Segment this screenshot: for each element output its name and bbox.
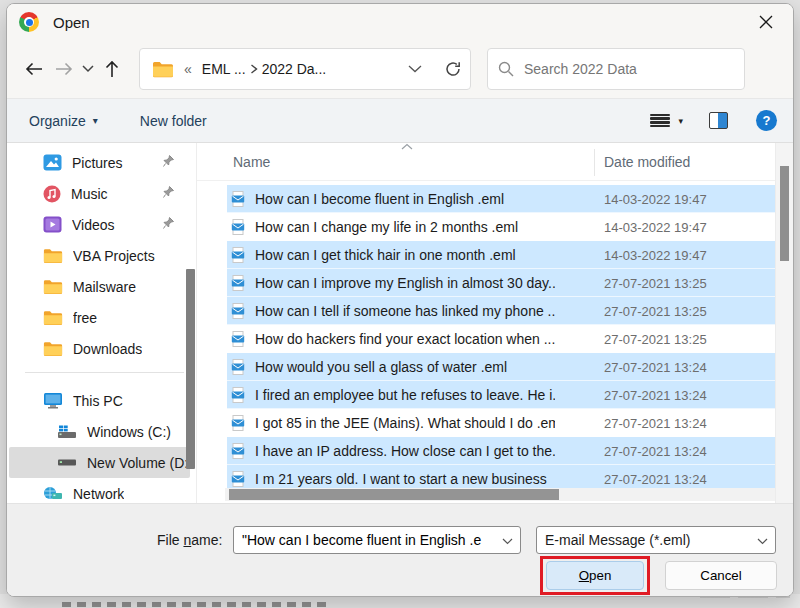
column-header-name[interactable]: Name [233, 154, 270, 170]
eml-file-icon [231, 471, 245, 487]
folder-icon [43, 248, 63, 264]
sidebar-item-label: Mailsware [73, 279, 136, 295]
file-row[interactable]: How can I change my life in 2 months .em… [227, 213, 775, 241]
refresh-icon [444, 60, 462, 78]
videos-icon [43, 216, 62, 233]
sidebar-item-pictures[interactable]: Pictures [7, 147, 196, 178]
list-view-icon [650, 114, 670, 128]
breadcrumb-overflow-icon[interactable]: « [184, 61, 192, 77]
sidebar-item-mailsware[interactable]: Mailsware [7, 271, 196, 302]
preview-pane-icon[interactable] [709, 112, 728, 129]
close-icon [759, 15, 773, 29]
network-icon [43, 486, 63, 501]
change-view-button[interactable]: ▾ [650, 114, 683, 128]
chevron-down-icon [757, 538, 768, 545]
vertical-scrollbar[interactable] [775, 143, 793, 503]
file-date: 27-07-2021 13:25 [604, 332, 707, 347]
this-pc-icon [43, 392, 63, 409]
folder-icon [43, 279, 63, 295]
chevron-down-icon[interactable] [502, 538, 513, 545]
sidebar-item-music[interactable]: Music [7, 178, 196, 209]
navigation-pane: Pictures Music Videos VBA Projects Mails… [7, 143, 197, 503]
sidebar-item-new-volume-d[interactable]: New Volume (D: [9, 447, 190, 478]
file-row[interactable]: How can I get thick hair in one month .e… [227, 241, 775, 269]
file-type-select[interactable]: E-mail Message (*.eml) [536, 526, 776, 554]
file-name: I fired an employee but he refuses to le… [255, 387, 555, 403]
column-divider[interactable] [594, 149, 595, 176]
sidebar-item-label: New Volume (D: [87, 455, 188, 471]
eml-file-icon [231, 331, 245, 347]
eml-file-icon [231, 275, 245, 291]
file-name-combobox[interactable] [233, 526, 521, 554]
sidebar-item-videos[interactable]: Videos [7, 209, 196, 240]
sidebar-scrollbar[interactable] [186, 269, 195, 469]
toolbar-right-group: ▾ ? [650, 110, 777, 131]
sidebar-item-free[interactable]: free [7, 302, 196, 333]
folder-icon [43, 310, 63, 326]
eml-file-icon [231, 443, 245, 459]
cancel-button[interactable]: Cancel [665, 561, 777, 590]
new-folder-button[interactable]: New folder [140, 113, 207, 129]
pin-icon [163, 217, 174, 229]
file-name: I have an IP address. How close can I ge… [255, 443, 555, 459]
sidebar-item-this-pc[interactable]: This PC [7, 385, 196, 416]
file-row[interactable]: I got 85 in the JEE (Mains). What should… [227, 409, 775, 437]
file-list: Name Date modified How can I become flue… [197, 143, 793, 503]
file-name: I got 85 in the JEE (Mains). What should… [255, 415, 555, 431]
column-header-date-modified[interactable]: Date modified [604, 154, 690, 170]
address-bar[interactable]: « EML ... 2022 Da... [139, 48, 471, 90]
sidebar-item-windows-c[interactable]: Windows (C:) [7, 416, 196, 447]
file-name: How can I change my life in 2 months .em… [255, 219, 518, 235]
refresh-button[interactable] [444, 60, 462, 78]
vertical-scrollbar-thumb[interactable] [780, 166, 789, 261]
new-folder-label: New folder [140, 113, 207, 129]
file-row[interactable]: How do hackers find your exact location … [227, 325, 775, 353]
sort-ascending-icon [401, 143, 413, 150]
file-row[interactable]: How can I tell if someone has linked my … [227, 297, 775, 325]
open-button[interactable]: Open [546, 561, 644, 590]
up-button[interactable] [97, 54, 127, 84]
chevron-down-icon [82, 65, 94, 73]
horizontal-scrollbar[interactable] [225, 488, 775, 501]
forward-button[interactable] [49, 54, 79, 84]
file-name: How can I become fluent in English .eml [255, 191, 504, 207]
sidebar-item-downloads[interactable]: Downloads [7, 333, 196, 364]
breadcrumb-item-eml[interactable]: EML ... [202, 61, 246, 77]
eml-file-icon [231, 247, 245, 263]
help-button[interactable]: ? [756, 110, 777, 131]
breadcrumb-separator-icon [250, 64, 258, 74]
breadcrumb-item-2022-data[interactable]: 2022 Da... [262, 61, 327, 77]
file-date: 14-03-2022 19:47 [604, 248, 707, 263]
list-header: Name Date modified [197, 143, 775, 181]
file-row[interactable]: I fired an employee but he refuses to le… [227, 381, 775, 409]
organize-menu[interactable]: Organize ▾ [29, 113, 98, 129]
search-icon [498, 61, 514, 77]
sidebar-item-vba-projects[interactable]: VBA Projects [7, 240, 196, 271]
sidebar-item-label: Videos [72, 217, 115, 233]
recent-locations-button[interactable] [79, 54, 97, 84]
file-name: I m 21 years old. I want to start a new … [255, 471, 547, 487]
open-dialog: Open « EML ... 2022 Da... [6, 3, 794, 597]
file-row[interactable]: How can I become fluent in English .eml … [227, 185, 775, 213]
eml-file-icon [231, 359, 245, 375]
file-row[interactable]: I have an IP address. How close can I ge… [227, 437, 775, 465]
file-row[interactable]: How would you sell a glass of water .eml… [227, 353, 775, 381]
close-button[interactable] [751, 9, 781, 35]
file-name: How would you sell a glass of water .eml [255, 359, 507, 375]
command-bar: Organize ▾ New folder ▾ ? [7, 98, 793, 143]
navigation-bar: « EML ... 2022 Da... [7, 40, 793, 98]
background-page-remnant [62, 602, 332, 607]
windows-drive-icon [57, 425, 77, 439]
window-title: Open [53, 14, 90, 31]
search-input[interactable] [524, 61, 734, 77]
search-box [487, 48, 745, 90]
file-name-input[interactable] [242, 532, 498, 548]
back-button[interactable] [19, 54, 49, 84]
file-row[interactable]: How can I improve my English in almost 3… [227, 269, 775, 297]
dialog-content: Pictures Music Videos VBA Projects Mails… [7, 143, 793, 503]
file-rows: How can I become fluent in English .eml … [197, 185, 775, 503]
file-date: 27-07-2021 13:25 [604, 276, 707, 291]
horizontal-scrollbar-thumb[interactable] [229, 489, 559, 500]
file-name: How can I tell if someone has linked my … [255, 303, 555, 319]
address-dropdown-button[interactable] [408, 65, 422, 73]
